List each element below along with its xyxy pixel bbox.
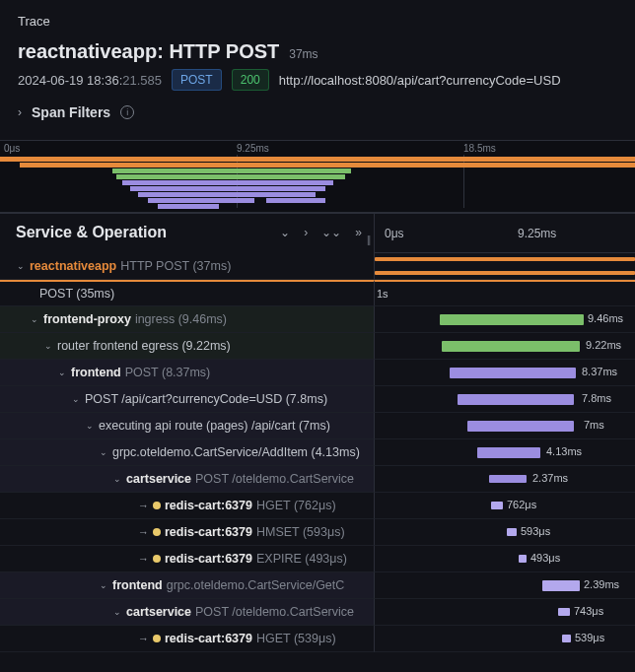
service-name: reactnativeapp (30, 259, 116, 273)
span-tree: ⌄ reactnativeapp HTTP POST (37ms) POST (… (0, 253, 635, 652)
duration-label: 2.37ms (532, 472, 568, 484)
http-method-badge: POST (172, 69, 222, 91)
chevron-right-icon[interactable]: › (18, 105, 22, 119)
span-bar (442, 341, 580, 352)
span-row[interactable]: → redis-cart:6379HGET (762μs) 762μs (0, 493, 635, 519)
chevron-down-icon[interactable]: ⌄ (280, 226, 290, 239)
span-row[interactable]: POST (35ms) 1s (0, 280, 635, 306)
caret-down-icon[interactable]: ⌄ (99, 580, 108, 590)
caret-down-icon[interactable]: ⌄ (112, 607, 122, 617)
span-bar (562, 635, 571, 642)
service-name: frontend (71, 366, 121, 379)
trace-minimap[interactable]: 0μs 9.25ms 18.5ms (0, 140, 635, 213)
dot-icon (153, 555, 161, 563)
trace-duration: 37ms (289, 47, 318, 61)
duration-label: 539μs (575, 632, 604, 643)
operation-name: executing api route (pages) /api/cart (7… (99, 419, 330, 433)
caret-down-icon[interactable]: ⌄ (71, 394, 81, 404)
operation-name: HGET (762μs) (256, 499, 336, 512)
service-name: frontend (112, 578, 163, 592)
span-bar (458, 394, 574, 405)
duration-label: 9.22ms (586, 339, 621, 351)
span-bar (489, 475, 527, 483)
duration-label: 2.39ms (584, 578, 619, 590)
service-operation-header: Service & Operation (16, 224, 167, 241)
span-row[interactable]: ⌄ reactnativeapp HTTP POST (37ms) (0, 253, 635, 280)
duration-label: 7ms (584, 419, 604, 431)
operation-name: grpc.oteldemo.CartService/AddItem (4.13m… (112, 445, 360, 459)
dot-icon (153, 635, 161, 642)
caret-down-icon[interactable]: ⌄ (112, 474, 122, 484)
dot-icon (153, 502, 161, 509)
timeline-tick-1: 9.25ms (518, 227, 556, 240)
operation-name: HMSET (593μs) (256, 525, 345, 539)
span-row[interactable]: ⌄ router frontend egress (9.22ms) 9.22ms (0, 333, 635, 360)
service-name: redis-cart:6379 (165, 525, 252, 539)
operation-name: HGET (539μs) (256, 632, 336, 645)
span-row[interactable]: ⌄ POST /api/cart?currencyCode=USD (7.8ms… (0, 386, 635, 413)
span-bar (558, 608, 570, 616)
trace-title: reactnativeapp: HTTP POST (18, 40, 279, 63)
operation-name: POST (35ms) (39, 287, 114, 301)
span-row[interactable]: ⌄ frontend-proxy ingress (9.46ms) 9.46ms (0, 306, 635, 333)
operation-name: router frontend egress (9.22ms) (57, 339, 231, 353)
double-chevron-right-icon[interactable]: » (355, 226, 362, 239)
service-name: redis-cart:6379 (165, 632, 252, 645)
caret-down-icon[interactable]: ⌄ (85, 421, 95, 431)
panel-title: Trace (18, 14, 617, 29)
operation-name: HTTP POST (37ms) (120, 259, 231, 273)
span-bar (542, 580, 580, 591)
span-row[interactable]: ⌄ cartservice POST /oteldemo.CartService… (0, 599, 635, 626)
span-row[interactable]: ⌄ executing api route (pages) /api/cart … (0, 413, 635, 439)
operation-name: POST (8.37ms) (125, 366, 211, 379)
operation-name: POST /oteldemo.CartService (195, 472, 354, 486)
service-name: cartservice (126, 472, 191, 486)
span-bar (491, 502, 503, 509)
duration-label: 8.37ms (582, 366, 617, 377)
info-icon[interactable]: i (120, 105, 134, 119)
operation-name: grpc.oteldemo.CartService/GetC (167, 578, 345, 592)
arrow-right-icon: → (138, 633, 149, 644)
caret-down-icon[interactable]: ⌄ (30, 314, 39, 324)
span-bar (467, 421, 574, 432)
column-resize-handle[interactable]: || (367, 235, 370, 245)
span-bar (519, 555, 527, 563)
span-row[interactable]: ⌄ frontend grpc.oteldemo.CartService/Get… (0, 572, 635, 599)
operation-name: ingress (9.46ms) (135, 312, 227, 326)
caret-down-icon[interactable]: ⌄ (16, 261, 26, 271)
arrow-right-icon: → (138, 526, 149, 538)
duration-label: 593μs (521, 525, 550, 537)
service-name: redis-cart:6379 (165, 499, 252, 512)
minimap-tick-0: 0μs (4, 143, 20, 154)
span-row[interactable]: → redis-cart:6379HMSET (593μs) 593μs (0, 519, 635, 546)
service-name: frontend-proxy (43, 312, 131, 326)
span-row[interactable]: ⌄ cartservice POST /oteldemo.CartService… (0, 466, 635, 493)
operation-name: EXPIRE (493μs) (256, 552, 347, 566)
caret-down-icon[interactable]: ⌄ (99, 447, 108, 457)
minimap-tick-1: 9.25ms (237, 143, 269, 154)
duration-label: 743μs (574, 605, 603, 617)
span-bar (477, 447, 540, 458)
span-row[interactable]: → redis-cart:6379HGET (539μs) 539μs (0, 626, 635, 652)
caret-down-icon[interactable]: ⌄ (57, 368, 67, 377)
minimap-tick-2: 18.5ms (463, 143, 496, 154)
duration-label: 9.46ms (588, 312, 623, 324)
arrow-right-icon: → (138, 553, 149, 565)
duration-label: 762μs (507, 499, 536, 510)
span-bar (440, 314, 584, 325)
timeline-tick-0: 0μs (385, 227, 404, 240)
operation-name: POST /api/cart?currencyCode=USD (7.8ms) (85, 392, 327, 406)
span-row[interactable]: → redis-cart:6379EXPIRE (493μs) 493μs (0, 546, 635, 572)
request-url: http://localhost:8080/api/cart?currencyC… (279, 73, 561, 88)
span-bar (375, 271, 635, 275)
duration-label: 493μs (530, 552, 560, 564)
span-filters-label[interactable]: Span Filters (32, 104, 110, 120)
span-row[interactable]: ⌄ frontend POST (8.37ms) 8.37ms (0, 360, 635, 386)
duration-label: 7.8ms (582, 392, 611, 404)
caret-down-icon[interactable]: ⌄ (43, 341, 53, 351)
chevron-right-icon[interactable]: › (304, 226, 308, 239)
http-status-badge: 200 (232, 69, 269, 91)
double-chevron-down-icon[interactable]: ⌄⌄ (321, 226, 341, 239)
span-row[interactable]: ⌄ grpc.oteldemo.CartService/AddItem (4.1… (0, 439, 635, 466)
duration-label: 4.13ms (546, 445, 582, 457)
